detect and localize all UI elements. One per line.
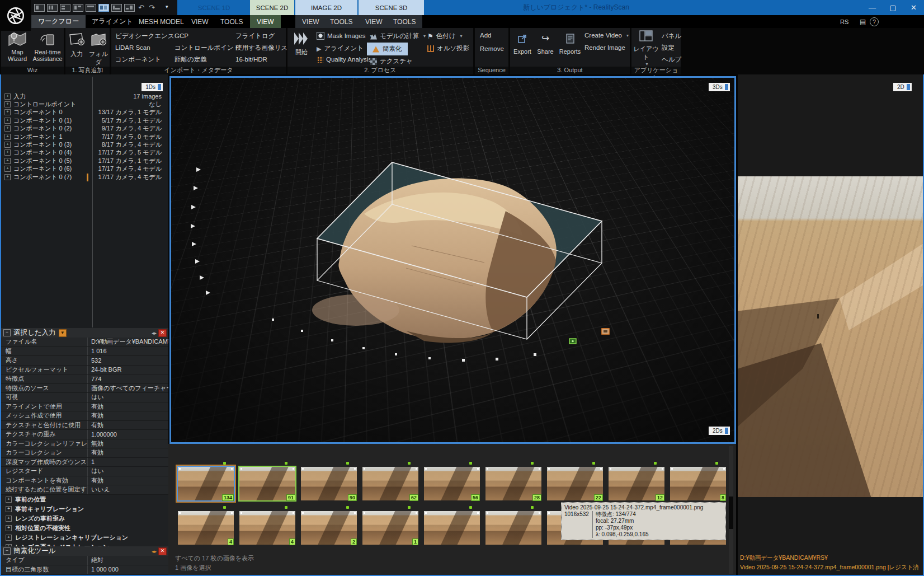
simplify-tool-header[interactable]: − 簡素化ツール ◂▸ ✕ (1, 546, 168, 556)
image-thumbnail[interactable]: 91 (239, 467, 295, 500)
tree-item[interactable]: + コンポーネント 0 (2) 9/17 カメラ, 4 モデル (4, 125, 166, 133)
maximize-button[interactable]: ▢ (883, 0, 903, 15)
property-row[interactable]: 幅 1 016 (1, 347, 168, 357)
strip-scrollbar-thumb[interactable] (729, 497, 733, 529)
property-group-row[interactable]: + 事前キャリブレーション (1, 504, 168, 514)
images-strip-badge[interactable]: 2Ds (709, 427, 730, 435)
selected-camera-icon-green[interactable] (569, 339, 576, 344)
import-menu-item[interactable]: GCP (175, 30, 240, 42)
layout-preset-3-icon[interactable] (60, 4, 70, 12)
import-menu-item[interactable]: 距離の定義 (175, 54, 240, 65)
tree-item[interactable]: + コンポーネント 0 (7) 17/17 カメラ, 4 モデル (4, 173, 166, 181)
collapse-icon[interactable]: − (3, 329, 11, 336)
panel-button[interactable]: パネル (662, 32, 681, 40)
create-video-button[interactable]: Create Video ▾ (584, 32, 629, 39)
ribbon-tab-image2d-view[interactable]: VIEW (295, 15, 326, 28)
property-row[interactable]: 深度マップ作成時のダウンスケール 1 (1, 458, 168, 467)
colorize-dropdown-icon[interactable]: ▾ (460, 34, 463, 39)
image-thumbnail[interactable]: 4 (239, 511, 295, 545)
tree-panel-badge[interactable]: 1Ds (142, 83, 163, 91)
expand-plus-icon[interactable]: + (4, 166, 11, 172)
quality-analysis-button[interactable]: Quality Analysis (317, 56, 371, 63)
expand-plus-icon[interactable]: + (4, 109, 11, 115)
import-menu-item[interactable]: LiDAR Scan (115, 42, 175, 54)
help-icon[interactable]: ? (870, 17, 879, 26)
layout-preset-4-icon[interactable] (73, 4, 83, 12)
tree-item[interactable]: + コンポーネント 0 13/17 カメラ, 1 モデル (4, 109, 166, 116)
image-thumbnail[interactable]: 134 (178, 467, 234, 500)
calculate-model-button[interactable]: モデルの計算 ▾ (370, 32, 426, 40)
expand-plus-icon[interactable]: + (4, 101, 11, 107)
expand-plus-icon[interactable]: + (4, 134, 11, 140)
layout-preset-7-icon[interactable] (111, 4, 122, 12)
property-group-row[interactable]: + 事前の位置 (1, 495, 168, 504)
layout-preset-8-icon[interactable] (124, 4, 135, 12)
tree-item[interactable]: + コントロールポイント なし (4, 100, 166, 108)
property-row[interactable]: テクスチャと色付けに使用 有効 (1, 421, 168, 430)
image-2d-panel[interactable]: D:¥動画データ¥BANDICAM¥RS¥ Video 2025-09-25 1… (738, 74, 923, 575)
property-row[interactable]: テクスチャの重み 1.000000 (1, 430, 168, 439)
expand-plus-icon[interactable]: + (6, 497, 12, 503)
property-row[interactable]: カラーコレクション 有効 (1, 448, 168, 458)
dock-arrows-icon[interactable]: ◂▸ (152, 330, 157, 336)
ribbon-tab-tools[interactable]: TOOLS (214, 15, 249, 28)
view-tab-scene2d[interactable]: SCENE 2D (250, 0, 294, 15)
layout-preset-2-icon[interactable] (47, 4, 58, 12)
image-thumbnail[interactable]: 8 (670, 467, 726, 500)
mask-images-button[interactable]: Mask Images ▾ (317, 32, 372, 40)
strip-scrollbar[interactable] (729, 446, 733, 574)
tree-item[interactable]: + コンポーネント 0 (1) 5/17 カメラ, 1 モデル (4, 116, 166, 124)
rs-account-button[interactable]: RS (833, 15, 855, 28)
ortho-projection-button[interactable]: オルソ投影 (427, 44, 469, 53)
colorize-button[interactable]: ⚑ 色付け ▾ (427, 32, 463, 40)
property-row[interactable]: レジスタード はい (1, 467, 168, 476)
view-tab-scene3d[interactable]: SCENE 3D (359, 0, 424, 15)
minimize-button[interactable]: — (862, 0, 883, 15)
expand-plus-icon[interactable]: + (4, 125, 11, 132)
expand-plus-icon[interactable]: + (6, 525, 12, 531)
tree-item[interactable]: + コンポーネント 0 (6) 17/17 カメラ, 4 モデル (4, 165, 166, 173)
layout-dropdown-icon[interactable]: ▾ (645, 62, 648, 67)
view-tab-scene1d[interactable]: SCENE 1D (187, 0, 241, 15)
property-row[interactable]: ピクセルフォーマット 24-bit BGR (1, 366, 168, 375)
help-button[interactable]: ヘルプ (662, 55, 681, 64)
property-row[interactable]: 高さ 532 (1, 356, 168, 366)
tree-item[interactable]: + 入力 17 images (4, 92, 166, 100)
image-thumbnail[interactable]: 22 (547, 467, 603, 500)
image-thumbnail[interactable]: 2 (301, 511, 357, 545)
property-row[interactable]: 目標の三角形数 1 000 000 (1, 565, 168, 575)
image-thumbnail[interactable]: 12 (609, 467, 664, 500)
map-wizard-button[interactable]: Map Wizard (2, 31, 32, 62)
property-row[interactable]: 続行するために位置を固定する いいえ (1, 485, 168, 495)
export-button[interactable]: Export (511, 34, 534, 55)
realtime-assistance-button[interactable]: Real-time Assistance (32, 31, 63, 62)
property-row[interactable]: メッシュ作成で使用 有効 (1, 411, 168, 421)
expand-plus-icon[interactable]: + (4, 158, 11, 164)
expand-plus-icon[interactable]: + (4, 142, 11, 148)
property-group-row[interactable]: + レジストレーションキャリブレーション (1, 533, 168, 542)
image-thumbnail[interactable] (485, 511, 541, 545)
property-group-row[interactable]: + レンズの事前歪み (1, 514, 168, 523)
ribbon-tab-workflow[interactable]: ワークフロー (31, 15, 86, 28)
ribbon-tab-mesh-model[interactable]: MESH MODEL (132, 15, 191, 28)
image-thumbnail[interactable]: 1 (362, 511, 418, 545)
image-thumbnail[interactable]: 4 (178, 511, 234, 545)
layout-preset-5-icon[interactable] (86, 4, 96, 12)
tree-item[interactable]: + コンポーネント 0 (3) 8/17 カメラ, 4 モデル (4, 141, 166, 148)
scene3d-view-badge[interactable]: 3Ds (709, 83, 730, 91)
property-row[interactable]: アライメントで使用 有効 (1, 402, 168, 412)
collapse-icon[interactable]: − (3, 547, 11, 555)
ribbon-tab-scene3d-tools[interactable]: TOOLS (386, 15, 422, 28)
panel-close-icon[interactable]: ✕ (158, 329, 167, 337)
property-group-row[interactable]: + 相対位置の不確実性 (1, 523, 168, 533)
panel-close-icon[interactable]: ✕ (158, 547, 167, 555)
highlighted-camera-icon-orange[interactable] (602, 329, 609, 334)
layout-preset-6-icon-active[interactable] (98, 4, 109, 12)
app-logo[interactable] (0, 0, 31, 31)
ribbon-tab-scene3d-view[interactable]: VIEW (359, 15, 389, 28)
expand-plus-icon[interactable]: + (4, 118, 11, 124)
expand-plus-icon[interactable]: + (6, 535, 12, 541)
create-video-dropdown-icon[interactable]: ▾ (626, 33, 629, 38)
expand-plus-icon[interactable]: + (4, 174, 11, 180)
expand-plus-icon[interactable]: + (6, 506, 12, 512)
